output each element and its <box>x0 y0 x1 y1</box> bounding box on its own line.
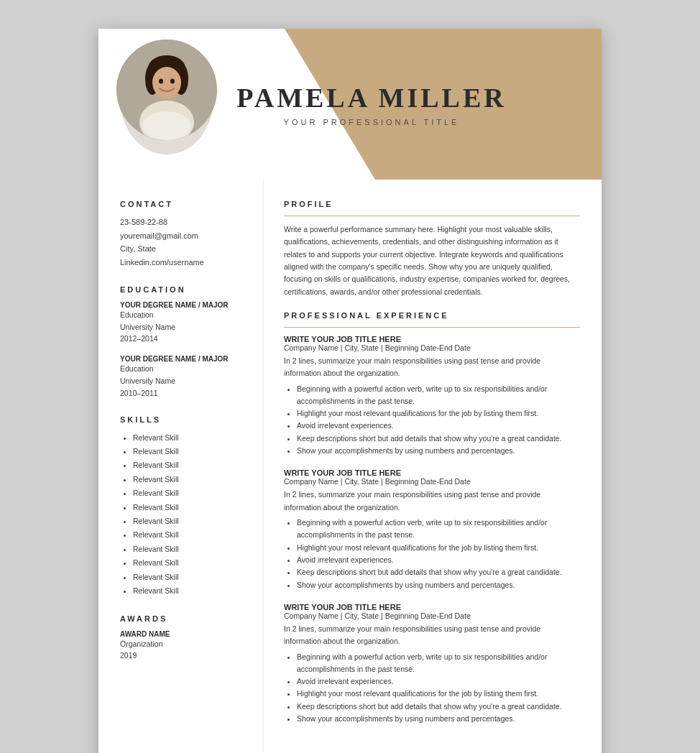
experience-divider <box>284 327 580 328</box>
edu-entry-2: YOUR DEGREE NAME / MAJOR Education Unive… <box>120 355 247 399</box>
skill-2: Relevant Skill <box>133 445 247 458</box>
resume-header: PAMELA MILLER YOUR PROFESSIONAL TITLE <box>98 29 602 180</box>
experience-section-title: PROFESSIONAL EXPERIENCE <box>284 311 580 320</box>
profile-section-title: PROFILE <box>284 200 580 208</box>
resume-document: PAMELA MILLER YOUR PROFESSIONAL TITLE CO… <box>98 29 602 753</box>
edu-years-2: 2010–2011 <box>120 387 247 399</box>
skill-5: Relevant Skill <box>133 486 247 500</box>
edu-field-1: Education <box>120 309 247 321</box>
job-entry-2: WRITE YOUR JOB TITLE HERE Company Name |… <box>284 468 580 591</box>
edu-field-2: Education <box>120 363 247 375</box>
job-bullet-2-1: Beginning with a powerful action verb, w… <box>297 517 580 542</box>
education-section-title: EDUCATION <box>120 285 247 294</box>
job-bullet-1-4: Keep descriptions short but add details … <box>297 433 580 445</box>
job-title-2: WRITE YOUR JOB TITLE HERE <box>284 468 580 477</box>
job-title-1: WRITE YOUR JOB TITLE HERE <box>284 335 580 343</box>
job-bullet-3-5: Show your accomplishments by using numbe… <box>297 713 580 725</box>
job-entry-3: WRITE YOUR JOB TITLE HERE Company Name |… <box>284 603 580 726</box>
skill-8: Relevant Skill <box>133 528 247 542</box>
job-company-1: Company Name | City, State | Beginning D… <box>284 343 580 352</box>
skill-7: Relevant Skill <box>133 514 247 528</box>
contact-section-title: CONTACT <box>120 200 247 208</box>
job-bullet-2-5: Show your accomplishments by using numbe… <box>297 579 580 591</box>
skill-3: Relevant Skill <box>133 458 247 472</box>
edu-degree-1: YOUR DEGREE NAME / MAJOR <box>120 301 247 309</box>
job-bullets-2: Beginning with a powerful action verb, w… <box>284 517 580 591</box>
job-bullet-3-3: Highlight your most relevant qualificati… <box>297 688 580 700</box>
job-bullet-1-3: Avoid irrelevant experiences. <box>297 420 580 432</box>
profile-divider <box>284 216 580 216</box>
edu-entry-1: YOUR DEGREE NAME / MAJOR Education Unive… <box>120 301 247 345</box>
education-entries: YOUR DEGREE NAME / MAJOR Education Unive… <box>120 301 247 399</box>
job-entry-1: WRITE YOUR JOB TITLE HERE Company Name |… <box>284 335 580 458</box>
skill-1: Relevant Skill <box>133 431 247 445</box>
skill-6: Relevant Skill <box>133 501 247 514</box>
skill-4: Relevant Skill <box>133 473 247 486</box>
resume-professional-title: YOUR PROFESSIONAL TITLE <box>284 118 460 126</box>
skill-11: Relevant Skill <box>133 570 247 584</box>
award-year-1: 2019 <box>120 650 247 662</box>
resume-body: CONTACT 23-589-22-88 youremail@gmail.com… <box>98 180 602 753</box>
contact-email: youremail@gmail.com <box>120 229 247 243</box>
job-desc-1: In 2 lines, summarize your main responsi… <box>284 355 580 380</box>
job-desc-2: In 2 lines, summarize your main responsi… <box>284 489 580 514</box>
contact-linkedin: Linkedin.com/username <box>120 256 247 269</box>
job-bullet-2-4: Keep descriptions short but add details … <box>297 566 580 578</box>
header-text-block: PAMELA MILLER YOUR PROFESSIONAL TITLE <box>98 29 602 180</box>
job-company-2: Company Name | City, State | Beginning D… <box>284 477 580 486</box>
job-bullets-1: Beginning with a powerful action verb, w… <box>284 383 580 458</box>
profile-text: Write a powerful performance summary her… <box>284 223 580 298</box>
contact-phone: 23-589-22-88 <box>120 216 247 229</box>
right-column: PROFILE Write a powerful performance sum… <box>264 180 602 753</box>
skill-10: Relevant Skill <box>133 556 247 570</box>
job-desc-3: In 2 lines, summarize your main responsi… <box>284 623 580 648</box>
award-org-1: Organization <box>120 638 247 650</box>
job-bullet-1-2: Highlight your most relevant qualificati… <box>297 407 580 420</box>
job-bullets-3: Beginning with a powerful action verb, w… <box>284 651 580 726</box>
resume-name: PAMELA MILLER <box>236 82 506 114</box>
skill-12: Relevant Skill <box>133 584 247 598</box>
edu-years-1: 2012–2014 <box>120 333 247 345</box>
job-title-3: WRITE YOUR JOB TITLE HERE <box>284 603 580 611</box>
job-bullet-3-2: Avoid irrelevant experiences. <box>297 675 580 688</box>
job-bullet-2-3: Avoid irrelevant experiences. <box>297 554 580 566</box>
contact-info: 23-589-22-88 youremail@gmail.com City, S… <box>120 216 247 269</box>
edu-university-2: University Name <box>120 375 247 387</box>
job-bullet-2-2: Highlight your most relevant qualificati… <box>297 542 580 554</box>
job-bullet-3-1: Beginning with a powerful action verb, w… <box>297 651 580 676</box>
skills-list: Relevant Skill Relevant Skill Relevant S… <box>120 431 247 599</box>
award-entry-1: AWARD NAME Organization 2019 <box>120 630 247 662</box>
award-name-1: AWARD NAME <box>120 630 247 638</box>
contact-location: City, State <box>120 242 247 256</box>
skill-9: Relevant Skill <box>133 542 247 556</box>
job-company-3: Company Name | City, State | Beginning D… <box>284 611 580 620</box>
job-bullet-3-4: Keep descriptions short but add details … <box>297 701 580 713</box>
skills-section-title: SKILLS <box>120 415 247 424</box>
job-bullet-1-5: Show your accomplishments by using numbe… <box>297 445 580 457</box>
left-column: CONTACT 23-589-22-88 youremail@gmail.com… <box>98 180 264 753</box>
job-bullet-1-1: Beginning with a powerful action verb, w… <box>297 383 580 408</box>
edu-university-1: University Name <box>120 321 247 333</box>
edu-degree-2: YOUR DEGREE NAME / MAJOR <box>120 355 247 363</box>
awards-section-title: AWARDS <box>120 614 247 623</box>
